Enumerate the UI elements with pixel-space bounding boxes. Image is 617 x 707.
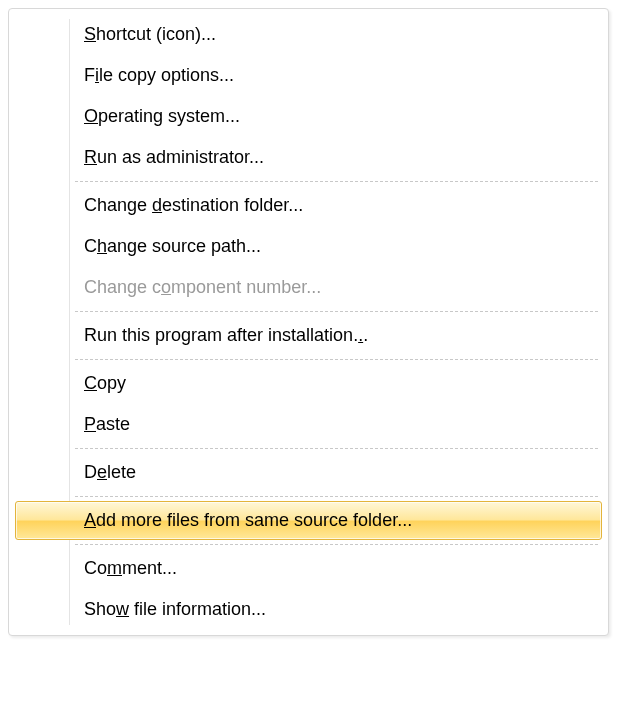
menu-item-label: File copy options... xyxy=(84,65,234,85)
menu-item-label: Copy xyxy=(84,373,126,393)
menu-item-run-as-administrator[interactable]: Run as administrator... xyxy=(15,138,602,177)
menu-item-label: Show file information... xyxy=(84,599,266,619)
menu-item-add-more-files[interactable]: Add more files from same source folder..… xyxy=(15,501,602,540)
menu-item-delete[interactable]: Delete xyxy=(15,453,602,492)
menu-item-copy[interactable]: Copy xyxy=(15,364,602,403)
menu-item-label: Paste xyxy=(84,414,130,434)
menu-item-paste[interactable]: Paste xyxy=(15,405,602,444)
menu-item-change-destination-folder[interactable]: Change destination folder... xyxy=(15,186,602,225)
menu-separator xyxy=(75,181,598,182)
menu-item-label: Add more files from same source folder..… xyxy=(84,510,412,530)
menu-separator xyxy=(75,496,598,497)
menu-item-file-copy-options[interactable]: File copy options... xyxy=(15,56,602,95)
menu-item-label: Run as administrator... xyxy=(84,147,264,167)
menu-item-label: Operating system... xyxy=(84,106,240,126)
menu-item-label: Delete xyxy=(84,462,136,482)
menu-item-shortcut-icon[interactable]: Shortcut (icon)... xyxy=(15,15,602,54)
menu-separator xyxy=(75,311,598,312)
menu-item-label: Shortcut (icon)... xyxy=(84,24,216,44)
menu-item-label: Change destination folder... xyxy=(84,195,303,215)
menu-separator xyxy=(75,448,598,449)
context-menu: Shortcut (icon)...File copy options...Op… xyxy=(8,8,609,636)
menu-separator xyxy=(75,544,598,545)
menu-item-comment[interactable]: Comment... xyxy=(15,549,602,588)
menu-item-show-file-information[interactable]: Show file information... xyxy=(15,590,602,629)
menu-separator xyxy=(75,359,598,360)
menu-item-operating-system[interactable]: Operating system... xyxy=(15,97,602,136)
menu-item-label: Run this program after installation... xyxy=(84,325,368,345)
menu-item-label: Change component number... xyxy=(84,277,321,297)
menu-item-label: Comment... xyxy=(84,558,177,578)
menu-item-change-source-path[interactable]: Change source path... xyxy=(15,227,602,266)
menu-item-change-component-number: Change component number... xyxy=(15,268,602,307)
menu-item-run-after-installation[interactable]: Run this program after installation... xyxy=(15,316,602,355)
menu-item-label: Change source path... xyxy=(84,236,261,256)
